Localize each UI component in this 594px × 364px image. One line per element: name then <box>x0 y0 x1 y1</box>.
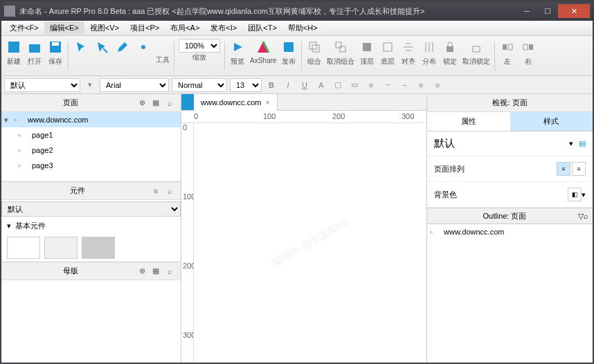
sitemap-root[interactable]: ▾ ▫ www.downcc.com <box>1 112 181 127</box>
linestyle-button[interactable]: ┄ <box>381 78 395 92</box>
inspector-header: 检视: 页面 <box>427 94 593 112</box>
align-left-icon[interactable]: ≡ <box>557 162 570 176</box>
page-icon: ▫ <box>18 161 29 170</box>
widgets-menu-icon[interactable]: ≡ <box>150 185 162 197</box>
masters-search-icon[interactable]: ⌕ <box>163 265 176 277</box>
bgcolor-dropdown-icon[interactable]: ▾ <box>582 190 586 199</box>
widget-box[interactable] <box>44 237 78 259</box>
widgets-search-icon[interactable]: ⌕ <box>163 185 176 197</box>
underline-button[interactable]: U <box>298 78 312 92</box>
menu-arrange[interactable]: 布局<A> <box>165 21 205 35</box>
style-manage-icon[interactable]: ▤ <box>579 139 586 148</box>
add-page-icon[interactable]: ⊕ <box>136 97 148 109</box>
search-icon[interactable]: ⌕ <box>163 97 176 109</box>
group-button[interactable]: 组合 <box>305 39 324 73</box>
sitemap-title: 页面 <box>6 98 135 108</box>
lock-button[interactable]: 锁定 <box>440 39 460 73</box>
window-title: 未命名 - Axure RP Pro 8.0 Beta : aaa 已授权 <起… <box>19 6 516 17</box>
sitemap-page[interactable]: ▫page3 <box>1 158 181 173</box>
style-select[interactable]: 默认 <box>4 78 80 92</box>
new-button[interactable]: 新建 <box>4 39 24 73</box>
widget-library-select[interactable]: 默认 <box>1 201 181 217</box>
publish-button[interactable]: 发布 <box>279 39 298 73</box>
svg-rect-0 <box>8 42 19 53</box>
toolbar-left-button[interactable]: 左 <box>498 39 517 73</box>
zoom-control[interactable]: 100%缩放 <box>177 39 222 73</box>
outline-item[interactable]: ▫ www.downcc.com <box>427 224 593 239</box>
ungroup-button[interactable]: 取消组合 <box>325 39 356 73</box>
lineweight-button[interactable]: ≡ <box>364 78 378 92</box>
menu-edit[interactable]: 编辑<E> <box>44 21 84 35</box>
select-tool[interactable] <box>71 39 91 73</box>
font-select[interactable]: Arial <box>100 78 169 92</box>
open-button[interactable]: 打开 <box>25 39 44 73</box>
page-tab[interactable]: www.downcc.com × <box>194 94 278 111</box>
widget-box[interactable] <box>119 237 152 259</box>
style-dropdown-icon[interactable]: ▾ <box>83 78 97 92</box>
widget-category[interactable]: ▾基本元件 <box>1 218 181 234</box>
border-button[interactable]: ▭ <box>348 78 361 92</box>
widgets-panel: 元件 ≡ ⌕ 默认 ▾基本元件 <box>1 181 181 262</box>
bold-button[interactable]: B <box>264 78 278 92</box>
close-button[interactable]: ✕ <box>558 4 590 18</box>
menu-publish[interactable]: 发布<I> <box>205 21 242 35</box>
point-tool[interactable] <box>134 39 153 73</box>
fontsize-select[interactable]: 13 <box>230 78 262 92</box>
menubar: 文件<F> 编辑<E> 视图<V> 项目<P> 布局<A> 发布<I> 团队<T… <box>1 21 593 36</box>
add-folder-icon[interactable]: ▦ <box>150 97 162 109</box>
tab-home-icon[interactable] <box>181 94 194 110</box>
svg-rect-7 <box>336 42 341 48</box>
menu-view[interactable]: 视图<V> <box>84 21 125 35</box>
tab-style[interactable]: 样式 <box>510 112 593 131</box>
svg-rect-14 <box>508 44 512 50</box>
distribute-button[interactable]: 分布 <box>420 39 439 73</box>
bgcolor-picker[interactable]: ◧ <box>568 188 582 201</box>
front-button[interactable]: 顶层 <box>357 39 377 73</box>
svg-rect-4 <box>284 42 294 52</box>
sitemap-page[interactable]: ▫page1 <box>1 127 181 143</box>
outline-search-icon[interactable]: ⌕ <box>584 212 588 220</box>
axshare-button[interactable]: AxShare <box>249 39 278 73</box>
zoom-select[interactable]: 100% <box>179 39 220 53</box>
pen-tool[interactable] <box>113 39 132 73</box>
page-icon: ▫ <box>18 146 29 154</box>
collapse-icon[interactable]: ▾ <box>4 116 14 125</box>
svg-rect-5 <box>309 42 316 49</box>
tab-properties[interactable]: 属性 <box>427 112 510 131</box>
unlock-button[interactable]: 取消锁定 <box>461 39 492 73</box>
arrow-button[interactable]: → <box>397 78 411 92</box>
fill-button[interactable]: ▢ <box>331 78 345 92</box>
textcolor-button[interactable]: A <box>314 78 328 92</box>
page-align-row: 页面排列 ≡ ≡ <box>427 156 593 182</box>
minimize-button[interactable]: ─ <box>516 4 537 18</box>
align-center-button[interactable]: ≡ <box>431 78 444 92</box>
add-master-folder-icon[interactable]: ▦ <box>150 265 162 277</box>
toolbar-right-button[interactable]: 右 <box>519 39 538 73</box>
align-center-icon[interactable]: ≡ <box>572 162 586 176</box>
align-left-button[interactable]: ≡ <box>414 78 428 92</box>
style-dropdown-icon[interactable]: ▾ <box>569 139 573 148</box>
save-button[interactable]: 保存 <box>46 39 65 73</box>
design-stage[interactable]: 3D软件·自学去3D66 <box>194 123 426 363</box>
italic-button[interactable]: I <box>281 78 295 92</box>
svg-rect-11 <box>447 46 453 52</box>
sitemap-page[interactable]: ▫page2 <box>1 143 181 158</box>
connector-tool[interactable] <box>92 39 111 73</box>
filter-icon[interactable]: ▽ <box>578 212 584 221</box>
maximize-button[interactable]: ☐ <box>537 4 558 18</box>
add-master-icon[interactable]: ⊕ <box>136 265 148 277</box>
widgets-title: 元件 <box>6 185 149 196</box>
preview-button[interactable]: 预览 <box>228 39 247 73</box>
widget-box[interactable] <box>7 237 40 259</box>
masters-panel: 母版 ⊕ ▦ ⌕ <box>1 262 181 363</box>
close-tab-icon[interactable]: × <box>265 98 269 107</box>
back-button[interactable]: 底层 <box>378 39 397 73</box>
masters-title: 母版 <box>6 266 135 276</box>
widget-box[interactable] <box>82 237 115 259</box>
weight-select[interactable]: Normal <box>172 78 227 92</box>
menu-file[interactable]: 文件<F> <box>4 21 44 35</box>
menu-team[interactable]: 团队<T> <box>242 21 282 35</box>
menu-project[interactable]: 项目<P> <box>125 21 165 35</box>
menu-help[interactable]: 帮助<H> <box>282 21 323 35</box>
align-button[interactable]: 对齐 <box>399 39 418 73</box>
